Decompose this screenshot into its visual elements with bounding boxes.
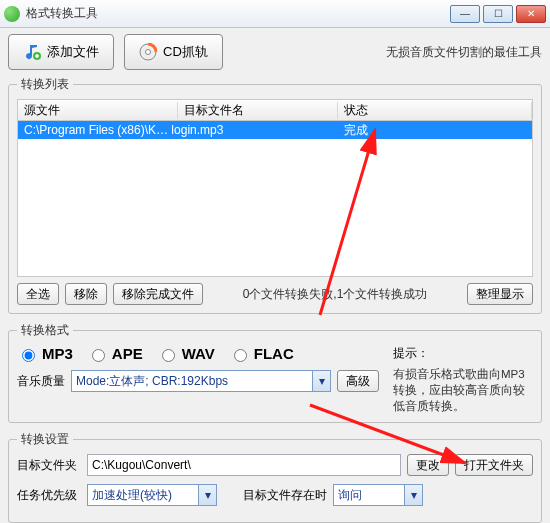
- priority-combo[interactable]: 加速处理(较快) ▾: [87, 484, 217, 506]
- chevron-down-icon: ▾: [198, 485, 216, 505]
- window-controls: — ☐ ✕: [450, 5, 546, 23]
- quality-label: 音乐质量: [17, 373, 65, 390]
- format-flac[interactable]: FLAC: [229, 345, 294, 362]
- app-tagline: 无损音质文件切割的最佳工具: [386, 44, 542, 61]
- convert-list-legend: 转换列表: [17, 76, 73, 93]
- add-file-button[interactable]: 添加文件: [8, 34, 114, 70]
- target-folder-label: 目标文件夹: [17, 457, 81, 474]
- advanced-button[interactable]: 高级: [337, 370, 379, 392]
- list-body[interactable]: C:\Program Files (x86)\K… login.mp3 完成: [17, 121, 533, 277]
- chevron-down-icon: ▾: [404, 485, 422, 505]
- open-folder-button[interactable]: 打开文件夹: [455, 454, 533, 476]
- cell-status: 完成: [338, 122, 532, 139]
- format-ape[interactable]: APE: [87, 345, 143, 362]
- minimize-button[interactable]: —: [450, 5, 480, 23]
- title-bar: 格式转换工具 — ☐ ✕: [0, 0, 550, 28]
- select-all-button[interactable]: 全选: [17, 283, 59, 305]
- chevron-down-icon: ▾: [312, 371, 330, 391]
- format-mp3[interactable]: MP3: [17, 345, 73, 362]
- settings-legend: 转换设置: [17, 431, 73, 448]
- cd-icon: [139, 43, 157, 61]
- target-folder-input[interactable]: C:\Kugou\Convert\: [87, 454, 401, 476]
- radio-wav[interactable]: [162, 349, 175, 362]
- tidy-button[interactable]: 整理显示: [467, 283, 533, 305]
- col-status[interactable]: 状态: [338, 102, 532, 119]
- settings-group: 转换设置 目标文件夹 C:\Kugou\Convert\ 更改 打开文件夹 任务…: [8, 431, 542, 523]
- remove-done-button[interactable]: 移除完成文件: [113, 283, 203, 305]
- app-icon: [4, 6, 20, 22]
- cd-rip-label: CD抓轨: [163, 43, 208, 61]
- format-options: MP3 APE WAV FLAC: [17, 345, 383, 362]
- exists-label: 目标文件存在时: [243, 487, 327, 504]
- close-button[interactable]: ✕: [516, 5, 546, 23]
- col-source[interactable]: 源文件: [18, 102, 178, 119]
- status-summary: 0个文件转换失败,1个文件转换成功: [209, 286, 461, 303]
- hint-body: 有损音乐格式歌曲向MP3转换，应由较高音质向较低音质转换。: [393, 366, 533, 414]
- priority-label: 任务优先级: [17, 487, 81, 504]
- convert-list-group: 转换列表 源文件 目标文件名 状态 C:\Program Files (x86)…: [8, 76, 542, 314]
- radio-mp3[interactable]: [22, 349, 35, 362]
- window-title: 格式转换工具: [26, 5, 450, 22]
- table-row[interactable]: C:\Program Files (x86)\K… login.mp3 完成: [18, 121, 532, 139]
- list-header: 源文件 目标文件名 状态: [17, 99, 533, 121]
- radio-flac[interactable]: [234, 349, 247, 362]
- maximize-button[interactable]: ☐: [483, 5, 513, 23]
- add-file-label: 添加文件: [47, 43, 99, 61]
- music-add-icon: [23, 43, 41, 61]
- cd-rip-button[interactable]: CD抓轨: [124, 34, 223, 70]
- exists-combo[interactable]: 询问 ▾: [333, 484, 423, 506]
- radio-ape[interactable]: [92, 349, 105, 362]
- hint-title: 提示：: [393, 345, 533, 362]
- format-legend: 转换格式: [17, 322, 73, 339]
- col-target[interactable]: 目标文件名: [178, 102, 338, 119]
- quality-value: Mode:立体声; CBR:192Kbps: [76, 373, 228, 390]
- format-group: 转换格式 MP3 APE WAV FLAC 音乐质量 Mode:立体声; CBR…: [8, 322, 542, 423]
- cell-source: C:\Program Files (x86)\K… login.mp3: [18, 123, 338, 137]
- svg-point-2: [146, 50, 151, 55]
- change-folder-button[interactable]: 更改: [407, 454, 449, 476]
- quality-combo[interactable]: Mode:立体声; CBR:192Kbps ▾: [71, 370, 331, 392]
- remove-button[interactable]: 移除: [65, 283, 107, 305]
- format-wav[interactable]: WAV: [157, 345, 215, 362]
